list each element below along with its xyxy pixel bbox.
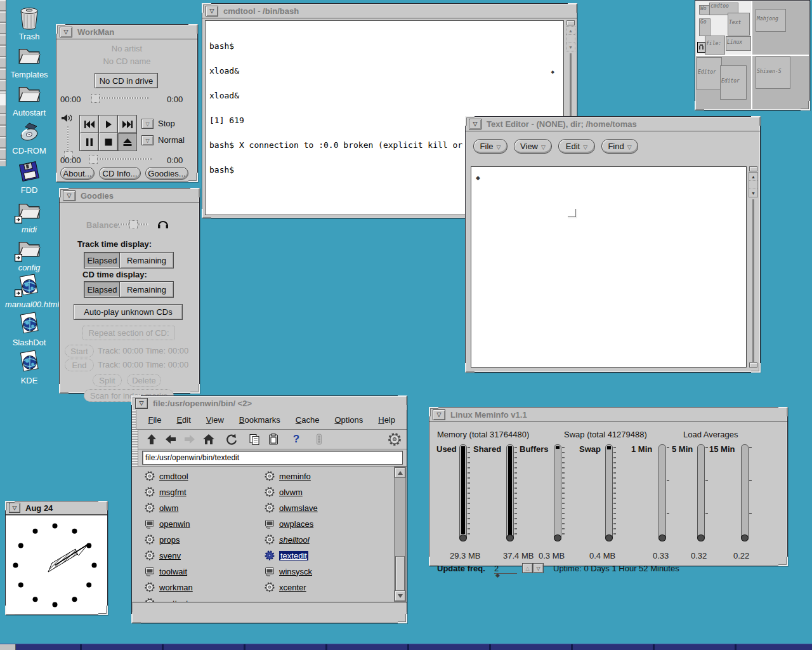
menu-edit[interactable]: Edit [169, 415, 198, 425]
play-button[interactable] [98, 115, 118, 133]
track-position-slider[interactable] [91, 94, 148, 102]
file-item[interactable]: props [145, 533, 180, 547]
file-item[interactable]: xcenter [265, 580, 306, 594]
file-item[interactable]: meminfo [265, 469, 311, 483]
help-button[interactable]: ? [287, 433, 306, 446]
titlebar[interactable]: Text Editor - (NONE), dir; /home/tomas [466, 117, 760, 131]
delete-button[interactable]: Delete [127, 374, 161, 387]
repeat-section-button[interactable]: Repeat section of CD: [82, 326, 175, 340]
desktop-icon-config[interactable]: config [5, 235, 53, 272]
virtual-desktop-pager[interactable]: Wo cmdtoo Text Go file: Linux Mahjong Ed… [695, 0, 810, 110]
stop-button[interactable] [98, 133, 118, 151]
file-item[interactable]: winsysck [265, 564, 312, 578]
stop-button[interactable] [310, 433, 329, 446]
titlebar[interactable]: Linux Meminfo v1.1 [429, 408, 787, 422]
file-item[interactable]: workman [145, 580, 193, 594]
titlebar[interactable]: Goodies [60, 189, 199, 203]
pager-desktop-2[interactable]: Mahjong [752, 1, 809, 55]
file-item[interactable]: msgfmt [145, 485, 187, 499]
cd-status-button[interactable]: No CD in drive [95, 73, 158, 88]
file-item[interactable]: cmdtool [145, 469, 188, 483]
file-menu-button[interactable]: File [473, 139, 508, 154]
cd-elapsed-button[interactable]: Elapsed [84, 281, 121, 298]
titlebar[interactable]: WorkMan [56, 25, 197, 39]
desktop-icon-trash[interactable]: Trash [5, 5, 53, 41]
file-item-symlink[interactable]: shelltool [265, 533, 310, 547]
repeat-end-button[interactable]: End [65, 359, 94, 371]
autoplay-button[interactable]: Auto-play unknown CDs [74, 304, 183, 320]
volume-slider[interactable] [64, 126, 72, 159]
pager-desktop-4[interactable]: Shisen-S [752, 56, 809, 109]
menu-help[interactable]: Help [370, 415, 403, 425]
file-item[interactable]: openwin [145, 517, 190, 531]
kde-gear-button[interactable] [385, 432, 404, 446]
desktop-icon-slashdot[interactable]: SlashDot [5, 311, 53, 347]
next-track-button[interactable] [117, 115, 137, 133]
track-elapsed-button[interactable]: Elapsed [84, 252, 121, 269]
mode-dropdown[interactable] [141, 119, 154, 129]
up-button[interactable] [142, 433, 161, 446]
window-menu-button[interactable] [60, 27, 72, 37]
file-item[interactable]: toolwait [145, 564, 187, 578]
menu-file[interactable]: File [140, 415, 169, 425]
desktop-icon-midi[interactable]: midi [5, 197, 53, 234]
desktop-icon-kde[interactable]: KDE [5, 349, 53, 385]
split-button[interactable]: Split [93, 374, 122, 387]
desktop-icon-autostart[interactable]: Autostart [5, 80, 53, 117]
pager-desktop-1-current[interactable]: Wo cmdtoo Text Go file: Linux [696, 1, 751, 55]
location-input[interactable]: file:/usr/openwin/bin/textedit [142, 451, 403, 465]
forward-button[interactable] [180, 433, 199, 446]
menu-cache[interactable]: Cache [288, 415, 327, 425]
pager-window[interactable]: Text [728, 13, 750, 36]
back-button[interactable] [161, 433, 180, 446]
play-mode-dropdown[interactable] [141, 135, 154, 145]
file-item-selected[interactable]: textedit [265, 548, 308, 562]
about-button[interactable]: About... [60, 167, 95, 180]
spinner-up-icon[interactable]: △ [522, 563, 533, 573]
titlebar[interactable]: Aug 24 [6, 501, 107, 515]
cd-info-button[interactable]: CD Info... [99, 167, 141, 180]
pager-window[interactable]: Linux [726, 36, 751, 51]
pager-iconified-window[interactable] [697, 42, 705, 53]
previous-track-button[interactable] [79, 115, 99, 133]
menu-view[interactable]: View [199, 415, 232, 425]
window-menu-button[interactable] [9, 503, 20, 513]
taskbar-strip[interactable] [0, 644, 812, 650]
menu-options[interactable]: Options [327, 415, 370, 425]
edit-menu-button[interactable]: Edit [558, 139, 595, 154]
file-item[interactable]: olwmslave [265, 501, 318, 515]
editor-scrollbar[interactable]: ▲▼ [748, 166, 759, 368]
titlebar[interactable]: file:/usr/openwin/bin/ <2> [132, 396, 407, 411]
goodies-button[interactable]: Goodies... [145, 167, 188, 180]
pager-desktop-3[interactable]: Editor Editor [696, 56, 751, 109]
view-menu-button[interactable]: View [514, 139, 552, 154]
taskbar-gray-segment[interactable] [0, 644, 16, 650]
menu-bookmarks[interactable]: Bookmarks [232, 415, 288, 425]
window-menu-button[interactable] [433, 409, 445, 420]
window-menu-button[interactable] [206, 6, 218, 17]
window-menu-button[interactable] [63, 190, 75, 201]
paste-button[interactable] [264, 433, 283, 446]
spinner-down-icon[interactable]: ▽ [533, 563, 544, 573]
file-item[interactable]: olvwm [265, 485, 303, 499]
home-button[interactable] [199, 433, 218, 446]
window-menu-button[interactable] [469, 119, 481, 129]
menubar-grip[interactable] [132, 410, 136, 429]
cd-position-slider[interactable] [89, 155, 152, 162]
reload-button[interactable] [222, 433, 241, 446]
file-item[interactable]: olwm [145, 501, 178, 515]
window-menu-button[interactable] [135, 398, 148, 409]
balance-slider[interactable] [118, 220, 148, 228]
text-area[interactable] [471, 166, 747, 368]
find-menu-button[interactable]: Find [601, 139, 638, 154]
copy-button[interactable] [245, 433, 264, 446]
pager-window[interactable]: Editor [697, 57, 722, 90]
locationbar-grip[interactable] [132, 449, 138, 466]
desktop-icon-manual-html[interactable]: manual00.html [5, 273, 53, 309]
desktop-icon-cdrom[interactable]: CD-ROM [5, 119, 53, 156]
file-item[interactable]: owplaces [265, 517, 313, 531]
file-list-scrollbar[interactable] [394, 467, 406, 602]
cd-remaining-button[interactable]: Remaining [119, 281, 174, 298]
file-item[interactable]: svenv [145, 548, 181, 562]
desktop-icon-fdd[interactable]: FDD [5, 159, 53, 195]
